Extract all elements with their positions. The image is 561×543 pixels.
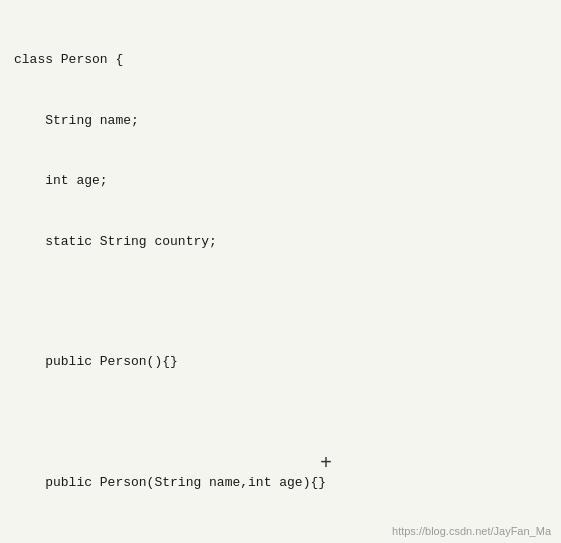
code-line-7 — [14, 413, 547, 433]
code-line-6: public Person(){} — [14, 352, 547, 372]
watermark: https://blog.csdn.net/JayFan_Ma — [392, 525, 551, 537]
plus-icon: + — [320, 452, 332, 475]
code-line-3: int age; — [14, 171, 547, 191]
code-line-4: static String country; — [14, 232, 547, 252]
code-line-1: class Person { — [14, 50, 547, 70]
code-block: class Person { String name; int age; sta… — [0, 0, 561, 543]
code-line-2: String name; — [14, 111, 547, 131]
code-line-8: public Person(String name,int age){} — [14, 473, 547, 493]
code-line-5 — [14, 292, 547, 312]
